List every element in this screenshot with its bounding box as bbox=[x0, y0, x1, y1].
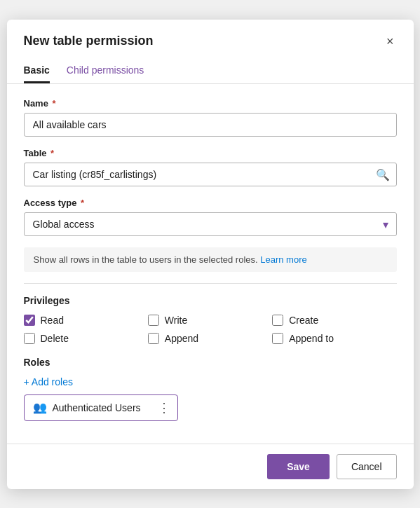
privilege-append-to-checkbox[interactable] bbox=[272, 333, 283, 344]
divider bbox=[24, 283, 397, 284]
search-icon: 🔍 bbox=[376, 167, 390, 181]
add-roles-button[interactable]: + Add roles bbox=[24, 376, 73, 387]
privilege-write-checkbox[interactable] bbox=[148, 315, 159, 326]
privilege-delete[interactable]: Delete bbox=[24, 333, 148, 344]
roles-title: Roles bbox=[24, 357, 397, 368]
privilege-append[interactable]: Append bbox=[148, 333, 272, 344]
privilege-create-checkbox[interactable] bbox=[272, 315, 283, 326]
name-field-group: Name * bbox=[24, 98, 397, 137]
privilege-create[interactable]: Create bbox=[272, 315, 396, 326]
name-input[interactable] bbox=[24, 113, 397, 137]
modal-container: New table permission × Basic Child permi… bbox=[7, 20, 414, 489]
table-field-group: Table * 🔍 bbox=[24, 148, 397, 186]
table-input-wrapper: 🔍 bbox=[24, 163, 397, 186]
privilege-append-to[interactable]: Append to bbox=[272, 333, 396, 344]
learn-more-link[interactable]: Learn more bbox=[260, 254, 306, 265]
privilege-write[interactable]: Write bbox=[148, 315, 272, 326]
roles-section: Roles + Add roles 👥 Authenticated Users … bbox=[24, 357, 397, 421]
modal-header: New table permission × bbox=[7, 20, 414, 49]
cancel-button[interactable]: Cancel bbox=[337, 454, 397, 479]
privilege-delete-checkbox[interactable] bbox=[24, 333, 35, 344]
privilege-read[interactable]: Read bbox=[24, 315, 148, 326]
save-button[interactable]: Save bbox=[267, 454, 330, 479]
modal-footer: Save Cancel bbox=[7, 444, 414, 489]
privilege-read-checkbox[interactable] bbox=[24, 315, 35, 326]
info-box: Show all rows in the table to users in t… bbox=[24, 247, 397, 272]
user-icon: 👥 bbox=[33, 401, 47, 414]
privileges-grid: Read Write Create Delete Append Append t… bbox=[24, 315, 397, 344]
table-label: Table * bbox=[24, 148, 397, 158]
access-type-select[interactable]: Global access Team access Business unit … bbox=[24, 212, 397, 236]
access-type-select-wrapper: Global access Team access Business unit … bbox=[24, 212, 397, 236]
role-tag-menu-icon[interactable]: ⋮ bbox=[152, 400, 170, 416]
close-button[interactable]: × bbox=[384, 34, 397, 49]
role-tag: 👥 Authenticated Users ⋮ bbox=[24, 394, 178, 421]
modal-body: Name * Table * 🔍 Access type * Global ac… bbox=[7, 84, 414, 444]
tab-child-permissions[interactable]: Child permissions bbox=[67, 59, 144, 83]
privileges-title: Privileges bbox=[24, 295, 397, 306]
access-type-field-group: Access type * Global access Team access … bbox=[24, 198, 397, 236]
tab-basic[interactable]: Basic bbox=[24, 59, 50, 83]
access-type-label: Access type * bbox=[24, 198, 397, 208]
privilege-append-checkbox[interactable] bbox=[148, 333, 159, 344]
name-label: Name * bbox=[24, 98, 397, 109]
modal-title: New table permission bbox=[24, 34, 154, 48]
tabs-container: Basic Child permissions bbox=[7, 49, 414, 84]
table-input[interactable] bbox=[24, 163, 397, 186]
role-tag-label: Authenticated Users bbox=[53, 402, 141, 413]
